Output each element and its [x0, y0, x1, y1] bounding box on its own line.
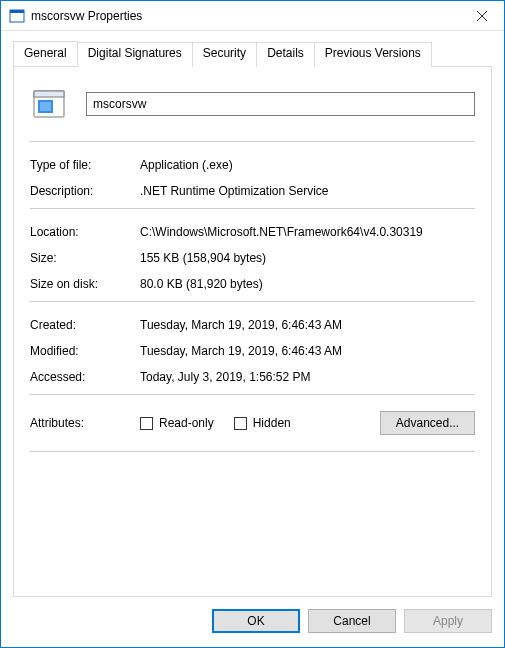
separator [30, 301, 475, 302]
row-attributes: Attributes: Read-only Hidden Advanced... [30, 405, 475, 439]
client-area: General Digital Signatures Security Deta… [1, 31, 504, 597]
cancel-button[interactable]: Cancel [308, 609, 396, 633]
dialog-button-row: OK Cancel Apply [1, 597, 504, 647]
label-size: Size: [30, 251, 140, 265]
label-size-on-disk: Size on disk: [30, 277, 140, 291]
row-size-on-disk: Size on disk: 80.0 KB (81,920 bytes) [30, 271, 475, 297]
hidden-label: Hidden [253, 416, 291, 430]
label-created: Created: [30, 318, 140, 332]
label-location: Location: [30, 225, 140, 239]
window-title: mscorsvw Properties [31, 9, 459, 23]
value-location: C:\Windows\Microsoft.NET\Framework64\v4.… [140, 225, 475, 239]
tab-strip: General Digital Signatures Security Deta… [13, 42, 492, 67]
hidden-checkbox-wrap[interactable]: Hidden [234, 416, 291, 430]
separator [30, 451, 475, 452]
tab-security[interactable]: Security [192, 42, 257, 67]
label-modified: Modified: [30, 344, 140, 358]
row-description: Description: .NET Runtime Optimization S… [30, 178, 475, 204]
app-icon [9, 8, 25, 24]
label-description: Description: [30, 184, 140, 198]
apply-button[interactable]: Apply [404, 609, 492, 633]
tab-general[interactable]: General [13, 41, 78, 66]
separator [30, 141, 475, 142]
value-type-of-file: Application (.exe) [140, 158, 475, 172]
close-icon [477, 11, 487, 21]
label-accessed: Accessed: [30, 370, 140, 384]
row-modified: Modified: Tuesday, March 19, 2019, 6:46:… [30, 338, 475, 364]
filename-input[interactable] [86, 92, 475, 116]
ok-button[interactable]: OK [212, 609, 300, 633]
tab-digital-signatures[interactable]: Digital Signatures [77, 42, 193, 67]
value-size-on-disk: 80.0 KB (81,920 bytes) [140, 277, 475, 291]
tab-previous-versions[interactable]: Previous Versions [314, 42, 432, 67]
row-created: Created: Tuesday, March 19, 2019, 6:46:4… [30, 312, 475, 338]
value-description: .NET Runtime Optimization Service [140, 184, 475, 198]
file-header-row [30, 85, 475, 137]
value-created: Tuesday, March 19, 2019, 6:46:43 AM [140, 318, 475, 332]
separator [30, 208, 475, 209]
titlebar: mscorsvw Properties [1, 1, 504, 31]
exe-file-icon [30, 85, 68, 123]
value-size: 155 KB (158,904 bytes) [140, 251, 475, 265]
row-size: Size: 155 KB (158,904 bytes) [30, 245, 475, 271]
close-button[interactable] [459, 1, 504, 31]
readonly-checkbox-wrap[interactable]: Read-only [140, 416, 214, 430]
properties-dialog: mscorsvw Properties General Digital Sign… [0, 0, 505, 648]
advanced-button[interactable]: Advanced... [380, 411, 475, 435]
tab-details[interactable]: Details [256, 42, 315, 67]
readonly-checkbox[interactable] [140, 417, 153, 430]
row-location: Location: C:\Windows\Microsoft.NET\Frame… [30, 219, 475, 245]
svg-rect-5 [34, 91, 64, 97]
readonly-label: Read-only [159, 416, 214, 430]
svg-rect-7 [40, 102, 51, 111]
general-panel: Type of file: Application (.exe) Descrip… [13, 66, 492, 597]
label-type-of-file: Type of file: [30, 158, 140, 172]
svg-rect-1 [10, 10, 24, 13]
value-modified: Tuesday, March 19, 2019, 6:46:43 AM [140, 344, 475, 358]
row-accessed: Accessed: Today, July 3, 2019, 1:56:52 P… [30, 364, 475, 390]
label-attributes: Attributes: [30, 416, 140, 430]
value-accessed: Today, July 3, 2019, 1:56:52 PM [140, 370, 475, 384]
separator [30, 394, 475, 395]
row-type-of-file: Type of file: Application (.exe) [30, 152, 475, 178]
hidden-checkbox[interactable] [234, 417, 247, 430]
